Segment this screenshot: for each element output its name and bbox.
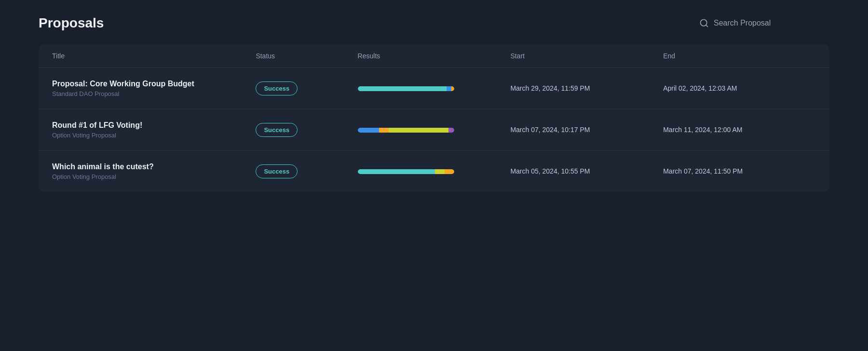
status-cell: Success (256, 164, 357, 178)
bar-segment-purple (448, 128, 454, 133)
start-date: March 05, 2024, 10:55 PM (510, 166, 663, 176)
svg-line-1 (706, 25, 708, 27)
bar-segment-yellow (435, 169, 445, 174)
proposals-table: Title Status Results Start End Proposal:… (39, 44, 829, 192)
search-input[interactable] (714, 19, 829, 27)
bar-segment-yellow (389, 128, 448, 133)
table-header: Title Status Results Start End (39, 44, 829, 68)
proposal-info: Which animal is the cutest? Option Votin… (52, 162, 256, 180)
proposal-info: Proposal: Core Working Group Budget Stan… (52, 80, 256, 97)
bar-track (358, 169, 454, 174)
table-row[interactable]: Which animal is the cutest? Option Votin… (39, 151, 829, 192)
table-row[interactable]: Proposal: Core Working Group Budget Stan… (39, 68, 829, 109)
status-cell: Success (256, 123, 357, 137)
proposal-title: Proposal: Core Working Group Budget (52, 80, 256, 88)
proposal-title: Which animal is the cutest? (52, 162, 256, 171)
end-date: March 11, 2024, 12:00 AM (663, 125, 816, 135)
results-bar (358, 169, 454, 174)
status-cell: Success (256, 81, 357, 95)
bar-segment-orange (451, 86, 454, 91)
bar-track (358, 128, 454, 133)
start-date: March 29, 2024, 11:59 PM (510, 83, 663, 94)
bar-track (358, 86, 454, 91)
bar-segment-blue (447, 86, 451, 91)
proposal-type: Option Voting Proposal (52, 132, 256, 139)
col-status: Status (256, 52, 357, 60)
status-badge: Success (256, 123, 298, 137)
col-title: Title (52, 52, 256, 60)
proposal-title: Round #1 of LFG Voting! (52, 121, 256, 130)
page-header: Proposals (39, 15, 829, 31)
end-date: April 02, 2024, 12:03 AM (663, 83, 816, 94)
search-container (699, 18, 829, 28)
proposal-type: Standard DAO Proposal (52, 90, 256, 97)
results-bar (358, 128, 454, 133)
table-row[interactable]: Round #1 of LFG Voting! Option Voting Pr… (39, 109, 829, 151)
status-badge: Success (256, 81, 298, 95)
bar-segment-teal (358, 169, 435, 174)
start-date: March 07, 2024, 10:17 PM (510, 125, 663, 135)
col-start: Start (510, 52, 663, 60)
results-bar (358, 86, 454, 91)
proposal-info: Round #1 of LFG Voting! Option Voting Pr… (52, 121, 256, 139)
bar-segment-orange (445, 169, 454, 174)
end-date: March 07, 2024, 11:50 PM (663, 166, 816, 176)
proposal-type: Option Voting Proposal (52, 173, 256, 180)
col-results: Results (358, 52, 511, 60)
col-end: End (663, 52, 816, 60)
search-icon (699, 18, 709, 28)
status-badge: Success (256, 164, 298, 178)
bar-segment-blue (358, 128, 379, 133)
bar-segment-orange (379, 128, 389, 133)
page-title: Proposals (39, 15, 104, 31)
bar-segment-teal (358, 86, 447, 91)
